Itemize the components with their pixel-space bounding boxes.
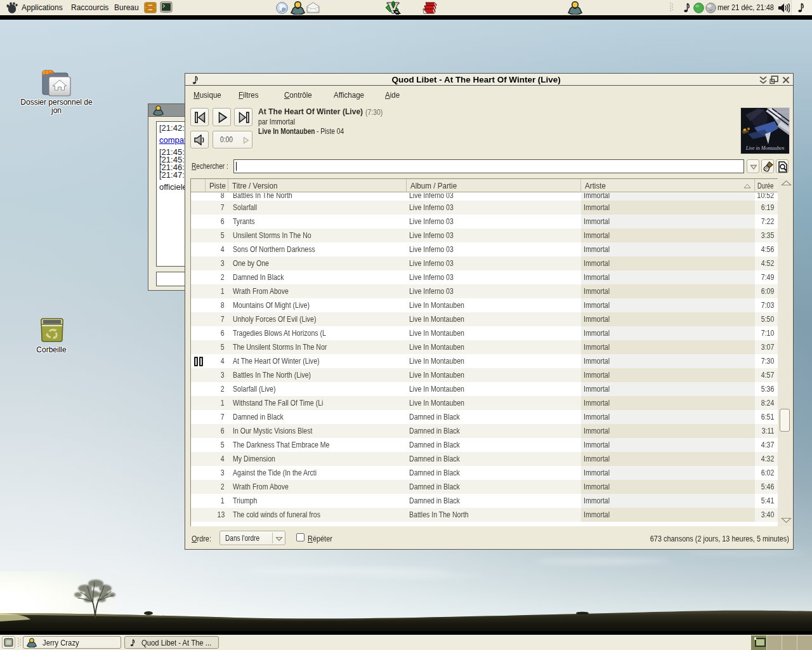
svg-text:Immortal: Immortal bbox=[776, 109, 790, 114]
svg-text:Live in Montauben: Live in Montauben bbox=[745, 145, 784, 151]
